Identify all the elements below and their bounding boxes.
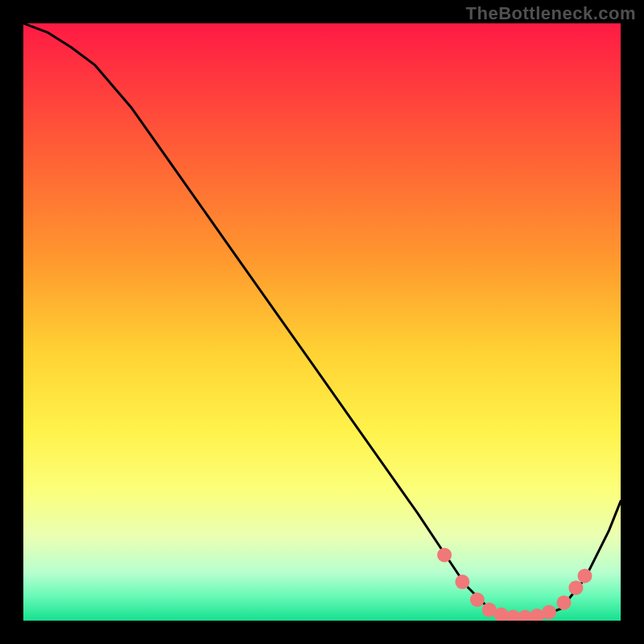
marker-dot: [568, 580, 583, 595]
marker-dot: [542, 605, 556, 620]
marker-dot: [578, 568, 592, 583]
marker-dot: [455, 575, 469, 589]
chart-frame: TheBottleneck.com: [0, 0, 644, 644]
marker-dot: [557, 596, 572, 610]
marker-dot: [470, 592, 485, 607]
plot-area: [23, 23, 621, 621]
gradient-background: [23, 23, 621, 621]
marker-dot: [437, 547, 452, 562]
chart-svg: [23, 23, 621, 621]
watermark-text: TheBottleneck.com: [466, 3, 636, 24]
